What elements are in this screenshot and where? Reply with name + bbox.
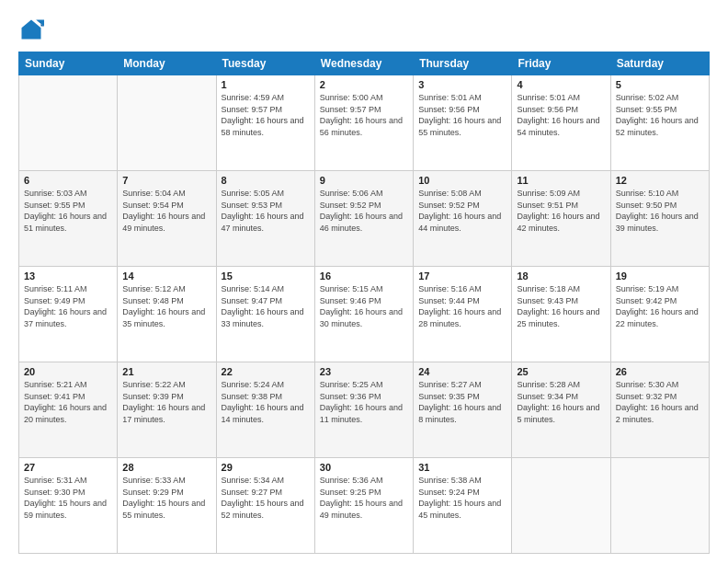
calendar-cell: [610, 458, 709, 554]
page: SundayMondayTuesdayWednesdayThursdayFrid…: [0, 0, 728, 563]
calendar-cell: 8Sunrise: 5:05 AM Sunset: 9:53 PM Daylig…: [216, 171, 314, 267]
day-info: Sunrise: 5:18 AM Sunset: 9:43 PM Dayligh…: [517, 283, 605, 329]
calendar-cell: 3Sunrise: 5:01 AM Sunset: 9:56 PM Daylig…: [414, 75, 512, 171]
day-info: Sunrise: 5:05 AM Sunset: 9:53 PM Dayligh…: [222, 188, 310, 234]
calendar-cell: 16Sunrise: 5:15 AM Sunset: 9:46 PM Dayli…: [314, 267, 413, 362]
day-info: Sunrise: 4:59 AM Sunset: 9:57 PM Dayligh…: [222, 92, 310, 138]
calendar-cell: 11Sunrise: 5:09 AM Sunset: 9:51 PM Dayli…: [512, 171, 610, 267]
day-info: Sunrise: 5:00 AM Sunset: 9:57 PM Dayligh…: [320, 92, 408, 138]
logo: [18, 17, 48, 42]
weekday-header-thursday: Thursday: [414, 52, 512, 75]
day-number: 3: [418, 79, 506, 90]
day-number: 13: [24, 270, 112, 282]
weekday-header-tuesday: Tuesday: [216, 52, 314, 75]
day-number: 29: [222, 462, 310, 473]
weekday-header-row: SundayMondayTuesdayWednesdayThursdayFrid…: [19, 52, 710, 75]
day-number: 31: [418, 462, 506, 473]
calendar-cell: 18Sunrise: 5:18 AM Sunset: 9:43 PM Dayli…: [512, 267, 610, 362]
day-info: Sunrise: 5:19 AM Sunset: 9:42 PM Dayligh…: [616, 283, 704, 329]
day-info: Sunrise: 5:01 AM Sunset: 9:56 PM Dayligh…: [418, 92, 506, 138]
calendar-cell: 21Sunrise: 5:22 AM Sunset: 9:39 PM Dayli…: [118, 362, 216, 458]
weekday-header-wednesday: Wednesday: [314, 52, 413, 75]
day-number: 28: [122, 462, 210, 473]
calendar-cell: 31Sunrise: 5:38 AM Sunset: 9:24 PM Dayli…: [414, 458, 512, 554]
calendar-cell: 14Sunrise: 5:12 AM Sunset: 9:48 PM Dayli…: [118, 267, 216, 362]
day-info: Sunrise: 5:14 AM Sunset: 9:47 PM Dayligh…: [222, 283, 310, 329]
day-info: Sunrise: 5:25 AM Sunset: 9:36 PM Dayligh…: [320, 379, 408, 425]
calendar-cell: 7Sunrise: 5:04 AM Sunset: 9:54 PM Daylig…: [118, 171, 216, 267]
logo-icon: [18, 17, 44, 42]
day-number: 20: [24, 366, 112, 377]
calendar-cell: 23Sunrise: 5:25 AM Sunset: 9:36 PM Dayli…: [314, 362, 413, 458]
day-number: 23: [320, 366, 408, 377]
day-number: 11: [517, 175, 605, 186]
calendar-cell: 19Sunrise: 5:19 AM Sunset: 9:42 PM Dayli…: [610, 267, 709, 362]
calendar-cell: 30Sunrise: 5:36 AM Sunset: 9:25 PM Dayli…: [314, 458, 413, 554]
day-info: Sunrise: 5:11 AM Sunset: 9:49 PM Dayligh…: [24, 283, 112, 329]
calendar-cell: 27Sunrise: 5:31 AM Sunset: 9:30 PM Dayli…: [19, 458, 118, 554]
day-info: Sunrise: 5:34 AM Sunset: 9:27 PM Dayligh…: [222, 475, 310, 521]
day-number: 26: [616, 366, 704, 377]
calendar-cell: 12Sunrise: 5:10 AM Sunset: 9:50 PM Dayli…: [610, 171, 709, 267]
day-info: Sunrise: 5:28 AM Sunset: 9:34 PM Dayligh…: [517, 379, 605, 425]
calendar-cell: 6Sunrise: 5:03 AM Sunset: 9:55 PM Daylig…: [19, 171, 118, 267]
day-info: Sunrise: 5:24 AM Sunset: 9:38 PM Dayligh…: [222, 379, 310, 425]
day-number: 15: [222, 270, 310, 282]
svg-marker-0: [22, 20, 41, 40]
day-info: Sunrise: 5:22 AM Sunset: 9:39 PM Dayligh…: [122, 379, 210, 425]
calendar-cell: 13Sunrise: 5:11 AM Sunset: 9:49 PM Dayli…: [19, 267, 118, 362]
day-number: 2: [320, 79, 408, 90]
day-number: 24: [418, 366, 506, 377]
day-info: Sunrise: 5:03 AM Sunset: 9:55 PM Dayligh…: [24, 188, 112, 234]
calendar-cell: 28Sunrise: 5:33 AM Sunset: 9:29 PM Dayli…: [118, 458, 216, 554]
calendar-cell: 5Sunrise: 5:02 AM Sunset: 9:55 PM Daylig…: [610, 75, 709, 171]
day-info: Sunrise: 5:01 AM Sunset: 9:56 PM Dayligh…: [517, 92, 605, 138]
calendar-week-3: 13Sunrise: 5:11 AM Sunset: 9:49 PM Dayli…: [19, 267, 710, 362]
day-info: Sunrise: 5:27 AM Sunset: 9:35 PM Dayligh…: [418, 379, 506, 425]
day-info: Sunrise: 5:21 AM Sunset: 9:41 PM Dayligh…: [24, 379, 112, 425]
day-number: 8: [222, 175, 310, 186]
day-info: Sunrise: 5:10 AM Sunset: 9:50 PM Dayligh…: [616, 188, 704, 234]
day-number: 5: [616, 79, 704, 90]
day-number: 16: [320, 270, 408, 282]
day-info: Sunrise: 5:04 AM Sunset: 9:54 PM Dayligh…: [122, 188, 210, 234]
day-number: 27: [24, 462, 112, 473]
calendar-cell: [118, 75, 216, 171]
calendar-cell: 2Sunrise: 5:00 AM Sunset: 9:57 PM Daylig…: [314, 75, 413, 171]
day-info: Sunrise: 5:12 AM Sunset: 9:48 PM Dayligh…: [122, 283, 210, 329]
calendar-cell: 10Sunrise: 5:08 AM Sunset: 9:52 PM Dayli…: [414, 171, 512, 267]
calendar-cell: 22Sunrise: 5:24 AM Sunset: 9:38 PM Dayli…: [216, 362, 314, 458]
header: [18, 17, 710, 42]
day-number: 14: [122, 270, 210, 282]
day-number: 21: [122, 366, 210, 377]
day-info: Sunrise: 5:38 AM Sunset: 9:24 PM Dayligh…: [418, 475, 506, 521]
weekday-header-friday: Friday: [512, 52, 610, 75]
calendar-cell: 26Sunrise: 5:30 AM Sunset: 9:32 PM Dayli…: [610, 362, 709, 458]
day-number: 7: [122, 175, 210, 186]
day-number: 30: [320, 462, 408, 473]
calendar-cell: 25Sunrise: 5:28 AM Sunset: 9:34 PM Dayli…: [512, 362, 610, 458]
calendar-week-2: 6Sunrise: 5:03 AM Sunset: 9:55 PM Daylig…: [19, 171, 710, 267]
day-number: 25: [517, 366, 605, 377]
day-number: 18: [517, 270, 605, 282]
day-info: Sunrise: 5:02 AM Sunset: 9:55 PM Dayligh…: [616, 92, 704, 138]
day-number: 9: [320, 175, 408, 186]
day-info: Sunrise: 5:16 AM Sunset: 9:44 PM Dayligh…: [418, 283, 506, 329]
day-number: 17: [418, 270, 506, 282]
day-number: 10: [418, 175, 506, 186]
day-info: Sunrise: 5:06 AM Sunset: 9:52 PM Dayligh…: [320, 188, 408, 234]
day-number: 4: [517, 79, 605, 90]
weekday-header-monday: Monday: [118, 52, 216, 75]
calendar-cell: [512, 458, 610, 554]
day-number: 1: [222, 79, 310, 90]
day-info: Sunrise: 5:31 AM Sunset: 9:30 PM Dayligh…: [24, 475, 112, 521]
day-number: 19: [616, 270, 704, 282]
calendar-cell: 17Sunrise: 5:16 AM Sunset: 9:44 PM Dayli…: [414, 267, 512, 362]
weekday-header-sunday: Sunday: [19, 52, 118, 75]
calendar-table: SundayMondayTuesdayWednesdayThursdayFrid…: [18, 52, 710, 554]
day-info: Sunrise: 5:33 AM Sunset: 9:29 PM Dayligh…: [122, 475, 210, 521]
day-number: 12: [616, 175, 704, 186]
calendar-week-1: 1Sunrise: 4:59 AM Sunset: 9:57 PM Daylig…: [19, 75, 710, 171]
weekday-header-saturday: Saturday: [610, 52, 709, 75]
day-info: Sunrise: 5:30 AM Sunset: 9:32 PM Dayligh…: [616, 379, 704, 425]
